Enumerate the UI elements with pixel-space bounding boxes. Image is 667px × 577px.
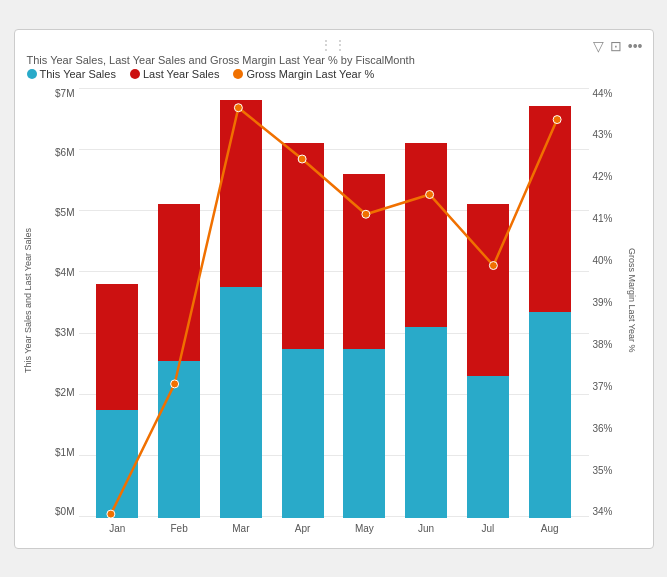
y-axis-left-title: This Year Sales and Last Year Sales xyxy=(23,228,33,373)
bar-group-jan xyxy=(87,88,149,518)
bar-blue-mar xyxy=(220,287,262,517)
x-label-apr: Apr xyxy=(272,523,334,534)
y-tick-3m: $3M xyxy=(55,327,74,338)
x-label-jun: Jun xyxy=(395,523,457,534)
y-tick-7m: $7M xyxy=(55,88,74,99)
x-axis: JanFebMarAprMayJunJulAug xyxy=(79,518,589,540)
y-right-38: 38% xyxy=(593,339,613,350)
legend-label-this-year: This Year Sales xyxy=(40,68,116,80)
y-right-40: 40% xyxy=(593,255,613,266)
legend: This Year Sales Last Year Sales Gross Ma… xyxy=(23,68,645,80)
bar-blue-jun xyxy=(405,327,447,517)
bar-group-apr xyxy=(272,88,334,518)
x-label-jul: Jul xyxy=(457,523,519,534)
plot-area: JanFebMarAprMayJunJulAug xyxy=(79,84,589,540)
bar-red-apr xyxy=(282,143,324,349)
bar-red-jul xyxy=(467,204,509,376)
bar-group-mar xyxy=(210,88,272,518)
y-right-42: 42% xyxy=(593,171,613,182)
y-tick-2m: $2M xyxy=(55,387,74,398)
bar-red-may xyxy=(343,174,385,349)
legend-item-gross-margin: Gross Margin Last Year % xyxy=(233,68,374,80)
y-right-44: 44% xyxy=(593,88,613,99)
y-right-37: 37% xyxy=(593,381,613,392)
legend-item-last-year: Last Year Sales xyxy=(130,68,219,80)
y-tick-0m: $0M xyxy=(55,506,74,517)
bar-group-jun xyxy=(395,88,457,518)
y-tick-6m: $6M xyxy=(55,147,74,158)
y-right-34: 34% xyxy=(593,506,613,517)
bar-red-jan xyxy=(96,284,138,410)
this-year-dot xyxy=(27,69,37,79)
bar-blue-jul xyxy=(467,376,509,517)
filter-icon[interactable]: ▽ xyxy=(593,38,604,54)
last-year-dot xyxy=(130,69,140,79)
bars-container xyxy=(79,88,589,518)
y-axis-right-title: Gross Margin Last Year % xyxy=(627,248,637,353)
y-right-35: 35% xyxy=(593,465,613,476)
x-label-mar: Mar xyxy=(210,523,272,534)
y-right-39: 39% xyxy=(593,297,613,308)
y-tick-1m: $1M xyxy=(55,447,74,458)
drag-handle: ⋮⋮ xyxy=(320,38,348,52)
y-tick-5m: $5M xyxy=(55,207,74,218)
bar-red-aug xyxy=(529,106,571,312)
bar-red-mar xyxy=(220,100,262,287)
legend-label-last-year: Last Year Sales xyxy=(143,68,219,80)
gross-margin-dot xyxy=(233,69,243,79)
bar-group-feb xyxy=(148,88,210,518)
bar-group-may xyxy=(334,88,396,518)
y-tick-4m: $4M xyxy=(55,267,74,278)
chart-title: This Year Sales, Last Year Sales and Gro… xyxy=(23,54,645,66)
bar-red-feb xyxy=(158,204,200,361)
top-bar: ⋮⋮ xyxy=(23,38,645,52)
y-axis-left: $7M $6M $5M $4M $3M $2M $1M $0M xyxy=(41,84,79,540)
y-right-36: 36% xyxy=(593,423,613,434)
bar-red-jun xyxy=(405,143,447,327)
bar-blue-feb xyxy=(158,361,200,518)
y-right-41: 41% xyxy=(593,213,613,224)
x-label-jan: Jan xyxy=(87,523,149,534)
bar-blue-apr xyxy=(282,349,324,518)
bar-group-aug xyxy=(519,88,581,518)
legend-label-gross-margin: Gross Margin Last Year % xyxy=(246,68,374,80)
expand-icon[interactable]: ⊡ xyxy=(610,38,622,54)
x-label-may: May xyxy=(334,523,396,534)
chart-card: ⋮⋮ ▽ ⊡ ••• This Year Sales, Last Year Sa… xyxy=(14,29,654,549)
icons-row: ▽ ⊡ ••• xyxy=(593,38,643,54)
x-label-aug: Aug xyxy=(519,523,581,534)
y-axis-right: 44% 43% 42% 41% 40% 39% 38% 37% 36% 35% … xyxy=(589,84,627,540)
legend-item-this-year: This Year Sales xyxy=(27,68,116,80)
bar-blue-aug xyxy=(529,312,571,518)
more-icon[interactable]: ••• xyxy=(628,38,643,54)
bar-blue-may xyxy=(343,349,385,518)
chart-area: This Year Sales and Last Year Sales $7M … xyxy=(23,84,645,540)
y-right-43: 43% xyxy=(593,129,613,140)
bar-blue-jan xyxy=(96,410,138,518)
bar-group-jul xyxy=(457,88,519,518)
x-label-feb: Feb xyxy=(148,523,210,534)
